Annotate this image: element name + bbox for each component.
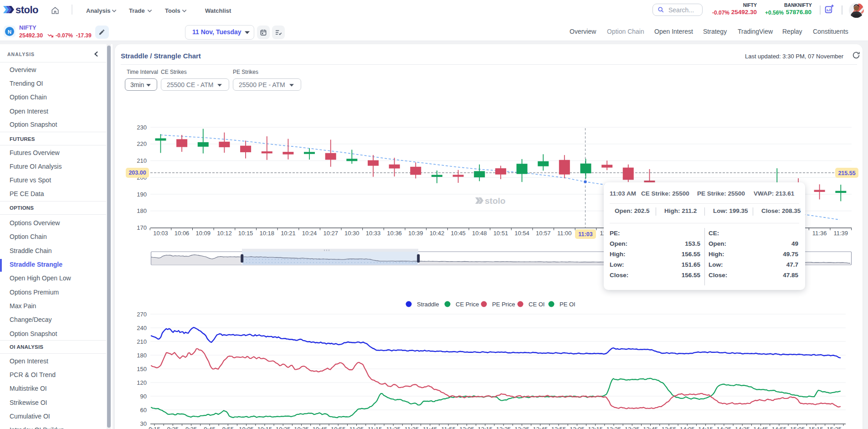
svg-text:13:25: 13:25 [606, 426, 621, 429]
svg-text:240: 240 [137, 325, 147, 331]
svg-text:12:35: 12:35 [514, 426, 529, 429]
svg-text:10:54: 10:54 [514, 230, 529, 237]
svg-text:14:15: 14:15 [698, 426, 713, 429]
svg-text:10:30: 10:30 [344, 230, 360, 237]
svg-text:170: 170 [137, 224, 147, 231]
svg-text:11:03: 11:03 [578, 231, 592, 238]
svg-text:15:05: 15:05 [790, 426, 805, 429]
svg-text:10:48: 10:48 [472, 230, 487, 237]
svg-text:14:35: 14:35 [735, 426, 750, 429]
svg-text:10:27: 10:27 [323, 230, 338, 237]
svg-text:stolo: stolo [485, 196, 505, 206]
svg-text:13:55: 13:55 [662, 426, 677, 429]
svg-text:90: 90 [140, 393, 147, 400]
svg-text:14:05: 14:05 [680, 426, 695, 429]
svg-text:12:45: 12:45 [533, 426, 548, 429]
svg-text:15:15: 15:15 [808, 426, 823, 429]
svg-text:10:35: 10:35 [294, 426, 309, 429]
svg-text:270: 270 [137, 311, 147, 318]
svg-text:CE Price: CE Price [456, 301, 479, 308]
svg-text:11:15: 11:15 [368, 426, 382, 429]
svg-text:10:57: 10:57 [536, 230, 551, 237]
svg-text:9:15: 9:15 [149, 426, 160, 429]
svg-text:PE Price: PE Price [492, 301, 515, 308]
svg-text:180: 180 [137, 207, 147, 214]
svg-text:13:35: 13:35 [625, 426, 640, 429]
svg-text:13:45: 13:45 [643, 426, 658, 429]
svg-text:9:45: 9:45 [204, 426, 215, 429]
svg-text:11:55: 11:55 [441, 426, 456, 429]
svg-text:10:45: 10:45 [313, 426, 328, 429]
svg-text:10:09: 10:09 [196, 230, 211, 237]
svg-text:10:12: 10:12 [217, 230, 232, 237]
svg-text:10:15: 10:15 [257, 426, 272, 429]
svg-text:CE OI: CE OI [529, 301, 544, 308]
svg-text:210: 210 [137, 338, 147, 345]
svg-text:10:55: 10:55 [331, 426, 346, 429]
svg-text:10:06: 10:06 [175, 230, 190, 237]
svg-text:210: 210 [137, 157, 147, 164]
svg-text:10:21: 10:21 [281, 230, 296, 237]
svg-text:190: 190 [137, 191, 147, 198]
svg-text:10:39: 10:39 [408, 230, 423, 237]
svg-text:14:55: 14:55 [772, 426, 787, 429]
svg-text:9:25: 9:25 [167, 426, 179, 429]
svg-text:12:05: 12:05 [459, 426, 474, 429]
svg-text:180: 180 [137, 352, 147, 359]
svg-text:13:05: 13:05 [570, 426, 585, 429]
svg-text:220: 220 [137, 140, 147, 147]
svg-text:60: 60 [140, 407, 147, 413]
svg-text:11:05: 11:05 [349, 426, 364, 429]
svg-text:stolo: stolo [15, 5, 38, 15]
svg-text:230: 230 [137, 124, 147, 131]
svg-text:120: 120 [137, 379, 147, 386]
svg-text:11:45: 11:45 [423, 426, 437, 429]
svg-text:11:25: 11:25 [386, 426, 401, 429]
svg-text:10:25: 10:25 [276, 426, 291, 429]
svg-text:10:42: 10:42 [430, 230, 445, 237]
svg-text:12:25: 12:25 [496, 426, 511, 429]
svg-text:PE OI: PE OI [560, 301, 575, 308]
svg-text:10:03: 10:03 [153, 230, 168, 237]
svg-text:10:33: 10:33 [366, 230, 381, 237]
svg-text:203.00: 203.00 [128, 170, 146, 176]
svg-text:13:15: 13:15 [588, 426, 603, 429]
svg-text:10:45: 10:45 [451, 230, 466, 237]
svg-text:Straddle: Straddle [417, 301, 439, 308]
svg-text:12:15: 12:15 [478, 426, 493, 429]
svg-text:10:05: 10:05 [239, 426, 254, 429]
svg-text:215.55: 215.55 [838, 170, 855, 176]
svg-text:N: N [8, 29, 11, 35]
svg-text:14:45: 14:45 [753, 426, 768, 429]
svg-text:10:24: 10:24 [302, 230, 317, 237]
svg-text:11:00: 11:00 [557, 230, 572, 237]
svg-text:9:55: 9:55 [222, 426, 234, 429]
svg-text:9:35: 9:35 [185, 426, 197, 429]
svg-text:11:36: 11:36 [812, 230, 827, 237]
svg-text:15:25: 15:25 [827, 426, 842, 429]
svg-text:30: 30 [140, 420, 147, 427]
svg-text:10:15: 10:15 [238, 230, 253, 237]
svg-text:10:18: 10:18 [260, 230, 275, 237]
svg-text:150: 150 [137, 366, 147, 372]
svg-text:11:39: 11:39 [834, 230, 848, 237]
svg-text:10:36: 10:36 [387, 230, 402, 237]
svg-text:14:25: 14:25 [717, 426, 732, 429]
svg-text:10:51: 10:51 [493, 230, 508, 237]
svg-text:11:35: 11:35 [405, 426, 419, 429]
svg-text:12:55: 12:55 [551, 426, 566, 429]
